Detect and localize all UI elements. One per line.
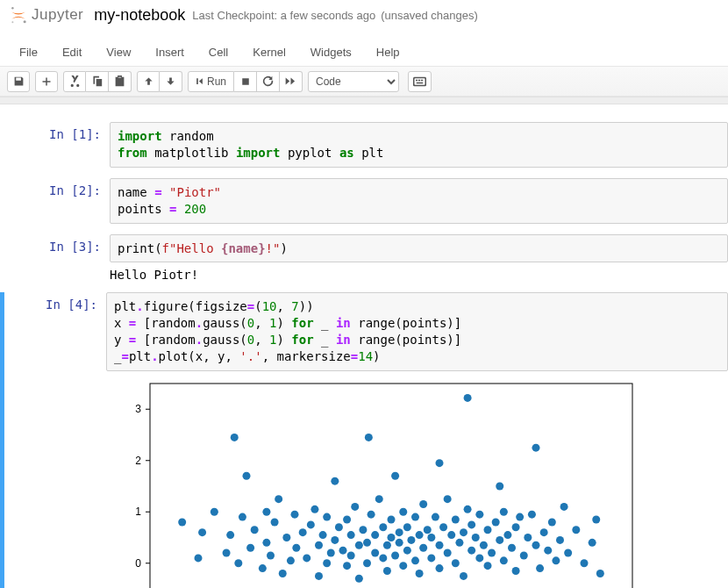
scatter-point [516,513,524,521]
scatter-point [323,559,331,567]
scatter-point [512,567,520,575]
copy-button[interactable] [86,71,109,92]
text-output: Hello Piotr! [110,262,728,282]
save-button[interactable] [7,71,30,92]
run-label: Run [207,75,226,88]
svg-point-1 [24,20,26,23]
code-input[interactable]: name = "Piotr" points = 200 [110,178,728,224]
scatter-point [347,551,355,559]
scatter-point [524,534,532,541]
scatter-point [560,503,568,511]
paste-button[interactable] [109,71,132,92]
menu-file[interactable]: File [7,39,50,66]
scatter-point [231,434,239,441]
move-down-button[interactable] [160,71,182,92]
scatter-point [424,526,432,534]
scatter-point [552,556,560,564]
restart-button[interactable] [257,71,280,92]
menu-edit[interactable]: Edit [50,39,94,66]
scatter-point [532,541,540,549]
command-palette-button[interactable] [408,71,432,92]
scatter-point [488,549,496,557]
scatter-point [363,539,371,547]
scatter-point [303,554,310,562]
scatter-point [335,523,343,531]
scatter-point [556,536,564,544]
scatter-point [383,567,391,575]
scatter-point [331,536,339,544]
scatter-point [262,508,270,516]
scatter-point [246,544,254,552]
code-input[interactable]: plt.figure(figsize=(10, 7)) x = [random.… [106,292,728,371]
scatter-point [271,518,279,526]
scatter-point [452,516,460,524]
plot-output: 0123 [106,378,728,588]
scatter-point [572,526,580,534]
scatter-point [596,570,604,577]
scatter-point [416,570,424,577]
code-cell[interactable]: In [3]:print(f"Hello {name}!")Hello Piot… [0,234,728,283]
scatter-point [355,575,363,583]
scatter-point [581,559,589,567]
scatter-point [375,495,383,503]
scatter-point [512,523,520,531]
menu-kernel[interactable]: Kernel [240,39,298,66]
code-cell[interactable]: In [1]:import random from matplotlib imp… [0,122,728,168]
scatter-point [234,559,242,567]
scatter-point [444,549,452,557]
scatter-point [239,513,246,521]
jupyter-logo[interactable]: Jupyter [9,5,83,25]
scatter-point [379,523,387,531]
scatter-point [503,531,511,539]
menu-view[interactable]: View [94,39,143,66]
scatter-point [371,549,379,557]
scatter-point [379,554,387,562]
scatter-point [411,513,419,521]
menu-insert[interactable]: Insert [143,39,196,66]
notebook-name[interactable]: my-notebook [94,6,185,25]
scatter-point [496,483,503,491]
scatter-point [464,506,472,513]
scatter-point [399,508,407,516]
scatter-point [444,495,452,503]
scatter-point [279,570,287,577]
ytick-label: 0 [135,557,141,570]
menu-cell[interactable]: Cell [196,39,240,66]
scatter-point [195,554,203,562]
scatter-point [419,500,427,508]
scatter-point [388,516,396,524]
scatter-point [536,564,544,572]
scatter-point [467,547,475,555]
scatter-point [211,508,218,516]
scatter-point [399,562,407,570]
scatter-point [475,554,483,562]
scatter-point [460,572,467,580]
scatter-point [544,547,552,555]
run-button[interactable]: Run [188,71,234,92]
interrupt-button[interactable] [234,71,257,92]
move-up-button[interactable] [137,71,160,92]
scatter-point [243,472,251,480]
scatter-point [359,526,367,534]
restart-run-all-button[interactable] [280,71,303,92]
scatter-point [198,528,206,536]
code-input[interactable]: import random from matplotlib import pyp… [110,122,728,168]
scatter-point [299,528,307,536]
scatter-point [472,534,480,541]
menu-help[interactable]: Help [364,39,412,66]
scatter-point [331,477,339,485]
code-cell[interactable]: In [2]:name = "Piotr" points = 200 [0,178,728,224]
scatter-point [343,516,351,524]
scatter-point [455,539,463,547]
cut-button[interactable] [63,71,86,92]
insert-cell-button[interactable] [35,71,58,92]
scatter-point [396,528,403,536]
celltype-select[interactable]: CodeMarkdownRaw NBConvertHeading [308,71,399,92]
menu-widgets[interactable]: Widgets [298,39,364,66]
scatter-point [307,520,315,528]
code-input[interactable]: print(f"Hello {name}!") [110,234,728,263]
ytick-label: 3 [135,403,141,415]
scatter-point [464,394,472,402]
code-cell[interactable]: In [4]:plt.figure(figsize=(10, 7)) x = [… [0,292,728,588]
scatter-point [432,513,439,521]
